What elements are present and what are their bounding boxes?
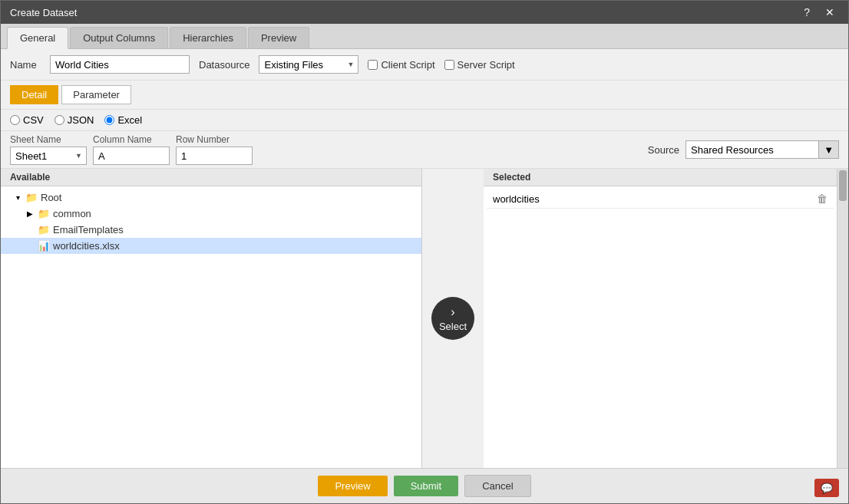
excel-file-icon: 📊 — [38, 240, 50, 252]
expand-icon-common[interactable]: ▶ — [25, 209, 35, 218]
name-input[interactable] — [50, 55, 190, 74]
folder-icon-root: 📁 — [25, 192, 38, 203]
selected-item-worldcities: worldcities 🗑 — [487, 189, 834, 209]
dialog-title: Create Dataset — [10, 7, 77, 18]
sheet-name-label: Sheet Name — [10, 134, 87, 145]
tab-general[interactable]: General — [7, 27, 68, 49]
title-bar: Create Dataset ? ✕ — [1, 1, 848, 24]
tree-label-root: Root — [41, 192, 61, 203]
close-button[interactable]: ✕ — [821, 5, 839, 20]
excel-radio-label[interactable]: Excel — [104, 114, 142, 126]
tab-preview[interactable]: Preview — [248, 27, 309, 48]
radio-row: CSV JSON Excel — [1, 110, 848, 131]
client-script-checkbox[interactable] — [368, 60, 378, 70]
tree-item-emailtemplates[interactable]: 📁 EmailTemplates — [1, 222, 421, 238]
datasource-select-wrapper: Existing Files Database Web Service — [259, 55, 358, 74]
folder-icon-common: 📁 — [38, 208, 50, 219]
json-radio[interactable] — [55, 115, 64, 125]
tree-item-root[interactable]: ▾ 📁 Root — [1, 189, 421, 206]
shared-resources-text: Shared Resources — [686, 144, 818, 156]
tree-item-worldcities[interactable]: 📊 worldcities.xlsx — [1, 238, 421, 254]
select-label: Select — [439, 321, 467, 332]
column-name-label: Column Name — [93, 134, 170, 145]
tab-hierarchies[interactable]: Hierarchies — [170, 27, 246, 48]
tree-item-common[interactable]: ▶ 📁 common — [1, 206, 421, 222]
select-button[interactable]: › Select — [431, 297, 474, 340]
content-area: Name Datasource Existing Files Database … — [1, 49, 848, 468]
sheet-name-group: Sheet Name Sheet1 Sheet2 — [10, 134, 87, 165]
tab-output-columns[interactable]: Output Columns — [70, 27, 168, 48]
excel-label: Excel — [117, 114, 142, 126]
column-name-group: Column Name — [93, 134, 170, 165]
sheet-select-wrapper: Sheet1 Sheet2 — [10, 147, 87, 165]
selected-item-name: worldcities — [493, 193, 540, 205]
tree-label-common: common — [53, 208, 91, 219]
expand-icon-root[interactable]: ▾ — [13, 193, 22, 202]
shared-resources-dropdown[interactable]: Shared Resources ▼ — [685, 140, 839, 159]
json-label: JSON — [68, 114, 94, 126]
form-row: Name Datasource Existing Files Database … — [1, 49, 848, 81]
selected-header: Selected — [484, 169, 837, 186]
scrollbar-thumb[interactable] — [839, 170, 847, 201]
available-panel: Available ▾ 📁 Root ▶ 📁 common — [1, 169, 422, 468]
tree-label-email: EmailTemplates — [53, 224, 124, 236]
create-dataset-dialog: Create Dataset ? ✕ General Output Column… — [0, 0, 849, 504]
selected-list: worldcities 🗑 — [484, 186, 837, 468]
excel-radio[interactable] — [104, 115, 114, 125]
name-label: Name — [10, 59, 41, 71]
preview-button[interactable]: Preview — [318, 476, 387, 496]
csv-label: CSV — [23, 114, 44, 126]
server-script-checkbox-label[interactable]: Server Script — [444, 59, 515, 71]
title-bar-buttons: ? ✕ — [799, 5, 839, 20]
middle-area: › Select — [422, 169, 484, 468]
fields-row: Sheet Name Sheet1 Sheet2 Column Name Row… — [1, 131, 848, 169]
delete-worldcities-button[interactable]: 🗑 — [817, 193, 828, 205]
selected-panel: Selected worldcities 🗑 — [484, 169, 837, 468]
sub-tab-detail[interactable]: Detail — [10, 85, 58, 104]
available-tree: ▾ 📁 Root ▶ 📁 common 📁 EmailTempla — [1, 186, 421, 468]
client-script-label: Client Script — [381, 59, 434, 71]
bottom-bar: Preview Submit Cancel 💬 — [1, 468, 848, 503]
folder-icon-email: 📁 — [38, 224, 50, 236]
sub-tab-parameter[interactable]: Parameter — [61, 85, 131, 104]
client-script-checkbox-label[interactable]: Client Script — [368, 59, 434, 71]
datasource-select[interactable]: Existing Files Database Web Service — [259, 55, 358, 74]
help-button[interactable]: ? — [799, 5, 814, 20]
row-number-input[interactable] — [176, 147, 253, 165]
cancel-button[interactable]: Cancel — [464, 475, 530, 497]
dropdown-arrow-icon: ▼ — [824, 144, 834, 156]
feedback-icon: 💬 — [821, 483, 833, 494]
sub-tabs: Detail Parameter — [1, 81, 848, 110]
datasource-label: Datasource — [199, 59, 249, 71]
sheet-name-select[interactable]: Sheet1 Sheet2 — [10, 147, 87, 165]
available-header: Available — [1, 169, 421, 186]
source-label: Source — [648, 144, 679, 156]
json-radio-label[interactable]: JSON — [55, 114, 94, 126]
main-tabs: General Output Columns Hierarchies Previ… — [1, 24, 848, 49]
submit-button[interactable]: Submit — [394, 476, 458, 496]
scrollbar-right[interactable] — [837, 169, 848, 468]
server-script-label: Server Script — [458, 59, 515, 71]
tree-label-worldcities: worldcities.xlsx — [53, 240, 120, 252]
column-name-input[interactable] — [93, 147, 170, 165]
server-script-checkbox[interactable] — [444, 60, 454, 70]
select-arrow-icon: › — [451, 305, 454, 319]
row-number-label: Row Number — [176, 134, 253, 145]
feedback-button[interactable]: 💬 — [814, 479, 839, 497]
shared-resources-arrow[interactable]: ▼ — [818, 141, 838, 158]
csv-radio-label[interactable]: CSV — [10, 114, 44, 126]
panels-area: Available ▾ 📁 Root ▶ 📁 common — [1, 169, 848, 468]
csv-radio[interactable] — [10, 115, 20, 125]
row-number-group: Row Number — [176, 134, 253, 165]
